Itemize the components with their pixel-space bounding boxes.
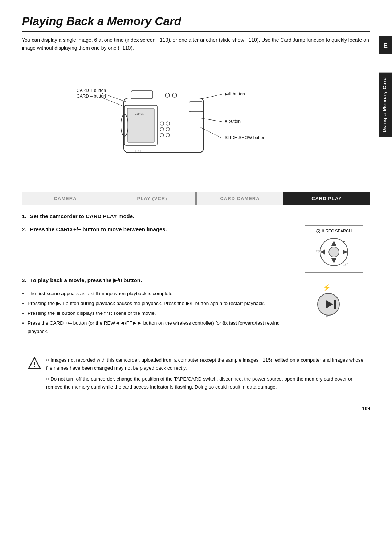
- rec-search-icon: [316, 229, 320, 233]
- camera-diagram-svg: CARD + button CARD – button: [29, 67, 342, 183]
- step-2-number: 2.: [22, 226, 26, 232]
- play-button-svg: ⚡ ☞: [309, 283, 348, 320]
- page-number: 109: [362, 406, 370, 411]
- warning-circle-2: ○: [46, 376, 50, 382]
- svg-point-10: [160, 127, 164, 131]
- svg-line-18: [200, 94, 222, 99]
- bullet-2: Pressing the ▶/II button during playback…: [28, 300, 298, 308]
- svg-point-22: [318, 231, 319, 232]
- step-2-text: Press the CARD +/– button to move betwee…: [30, 226, 167, 232]
- step-2-text-area: 2. Press the CARD +/– button to move bet…: [22, 225, 298, 239]
- svg-rect-36: [334, 300, 336, 309]
- page-title: Playing Back a Memory Card: [22, 15, 370, 32]
- warning-text-area: ○ Images not recorded with this camcorde…: [46, 356, 364, 391]
- svg-text:☞: ☞: [323, 312, 330, 320]
- bullet-3: Pressing the button displays the first s…: [28, 309, 298, 318]
- svg-marker-26: [331, 258, 336, 263]
- warning-icon-container: !: [28, 357, 41, 370]
- stop-icon-inline: [57, 312, 60, 315]
- svg-text:–: –: [321, 260, 324, 265]
- e-tab-label: E: [383, 42, 388, 49]
- camera-diagram: CARD + button CARD – button: [22, 60, 370, 192]
- warning-2: ○ Do not turn off the camcorder, change …: [46, 375, 364, 391]
- step-3-text-area: 3. To play back a movie, press the ▶/II …: [22, 276, 298, 337]
- svg-point-11: [160, 133, 164, 137]
- svg-point-8: [172, 93, 177, 97]
- section-divider: [22, 344, 370, 344]
- step-2-image: ® REC SEARCH: [305, 225, 370, 273]
- side-tab: Using a Memory Card: [379, 73, 392, 137]
- svg-text:⚡: ⚡: [323, 284, 331, 292]
- svg-text:☞: ☞: [316, 248, 322, 255]
- step-3-container: 3. To play back a movie, press the ▶/II …: [22, 276, 370, 337]
- svg-point-14: [166, 133, 170, 137]
- step-3-heading: 3. To play back a movie, press the ▶/II …: [22, 276, 298, 285]
- mode-tabs: CAMERA PLAY (VCR) CARD CAMERA CARD PLAY: [22, 192, 370, 205]
- step-2-container: 2. Press the CARD +/– button to move bet…: [22, 225, 370, 273]
- warning-2-text: Do not turn off the camcorder, change th…: [46, 376, 352, 390]
- tab-card-camera[interactable]: CARD CAMERA: [197, 192, 283, 205]
- warning-circle-1: ○: [46, 357, 50, 363]
- bullet-4: Press the CARD +/– button (or the REW◄◄/…: [28, 319, 298, 336]
- svg-text:○ ○ ○: ○ ○ ○: [135, 149, 142, 153]
- page-wrapper: E Playing Back a Memory Card You can dis…: [0, 0, 392, 419]
- step-3-number: 3.: [22, 277, 26, 283]
- warning-1: ○ Images not recorded with this camcorde…: [46, 356, 364, 373]
- svg-point-13: [166, 127, 170, 131]
- play-button-box: ⚡ ☞: [305, 280, 352, 324]
- svg-point-7: [165, 93, 170, 97]
- svg-point-9: [160, 122, 164, 125]
- intro-text: You can display a single image, 6 at one…: [22, 36, 370, 52]
- step-3-bullets: The first scene appears as a still image…: [22, 290, 298, 336]
- svg-line-1: [102, 98, 126, 107]
- tab-play-vcr[interactable]: PLAY (VCR): [109, 192, 196, 205]
- svg-text:!: !: [33, 361, 36, 368]
- slide-show-label: SLIDE SHOW button: [225, 135, 265, 140]
- svg-point-12: [166, 122, 170, 125]
- svg-text:Canon: Canon: [135, 112, 144, 115]
- svg-point-24: [329, 247, 339, 257]
- svg-text:☞: ☞: [342, 261, 348, 268]
- step-3-image: ⚡ ☞: [305, 276, 370, 324]
- svg-rect-6: [131, 91, 153, 99]
- rec-search-label: ® REC SEARCH: [308, 229, 360, 233]
- step-1-number: 1.: [22, 213, 26, 219]
- warning-1-text: Images not recorded with this camcorder,…: [46, 357, 363, 371]
- warning-icon-svg: !: [28, 357, 41, 370]
- svg-rect-5: [189, 102, 203, 112]
- play-pause-label: ▶/II button: [225, 92, 245, 97]
- stop-label: ■ button: [225, 119, 241, 124]
- rec-search-text: ® REC SEARCH: [322, 229, 352, 233]
- camera-illustration: Canon ○ ○ ○: [121, 91, 204, 153]
- bullet-1: The first scene appears as a still image…: [28, 290, 298, 298]
- rec-search-svg: + – ☞ ☞: [310, 236, 358, 268]
- card-plus-label: CARD + button: [77, 88, 106, 93]
- tab-card-play[interactable]: CARD PLAY: [283, 192, 370, 205]
- svg-marker-28: [343, 249, 348, 255]
- card-minus-label: CARD – button: [77, 94, 106, 99]
- rec-search-box: ® REC SEARCH: [305, 225, 363, 273]
- tab-camera[interactable]: CAMERA: [22, 192, 109, 205]
- steps-section: 1. Set the camcorder to CARD PLAY mode. …: [22, 212, 370, 337]
- step-1: 1. Set the camcorder to CARD PLAY mode.: [22, 212, 370, 221]
- step-1-text: Set the camcorder to CARD PLAY mode.: [30, 213, 135, 219]
- svg-marker-25: [331, 241, 336, 246]
- step-2: 2. Press the CARD +/– button to move bet…: [22, 225, 298, 234]
- e-tab: E: [379, 36, 392, 54]
- warning-box: ! ○ Images not recorded with this camcor…: [22, 351, 370, 397]
- svg-text:+: +: [343, 239, 345, 244]
- side-tab-text: Using a Memory Card: [382, 77, 387, 133]
- step-3-text: To play back a movie, press the ▶/II but…: [30, 277, 142, 283]
